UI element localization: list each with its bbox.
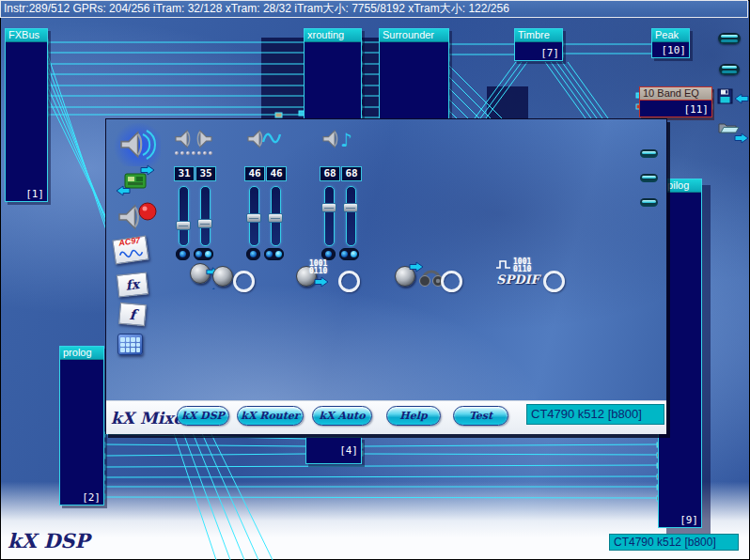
node-peak[interactable]: Peak [10] xyxy=(651,28,690,58)
panel-handle[interactable] xyxy=(719,64,740,75)
patch-wire xyxy=(363,444,657,446)
io-routing-icon[interactable] xyxy=(116,164,161,202)
fader-handle[interactable] xyxy=(176,221,191,230)
node-prolog[interactable]: prolog [2] xyxy=(59,346,104,506)
svg-text:♪: ♪ xyxy=(340,129,352,151)
patch-wire xyxy=(562,62,602,118)
fader-handle[interactable] xyxy=(197,219,212,228)
spdif-label: SPDIF xyxy=(496,272,539,287)
panel-handle[interactable] xyxy=(640,198,658,207)
source-select-ring[interactable] xyxy=(233,271,255,292)
node-fxbus-id: [1] xyxy=(25,188,44,200)
patch-wire xyxy=(105,465,657,467)
ac97-mixer-icon[interactable]: AC97 xyxy=(112,236,148,265)
node-timbre[interactable]: Timbre [7] xyxy=(514,28,563,61)
patch-wire xyxy=(105,454,306,456)
speaker-note-icon: ♪ xyxy=(320,127,363,151)
panel-handle[interactable] xyxy=(640,149,658,158)
test-button[interactable]: Test xyxy=(453,406,508,426)
patch-wire xyxy=(545,62,586,118)
kx-router-button[interactable]: kX Router xyxy=(237,406,304,426)
volume-fader[interactable] xyxy=(271,186,281,246)
node-surrounder[interactable]: Surrounder xyxy=(379,28,449,120)
patch-wire xyxy=(449,111,457,118)
node-4-id: [4] xyxy=(339,444,358,457)
digital-bits-label: 10010110 xyxy=(513,258,531,273)
kx-dsp-button[interactable]: kX DSP xyxy=(177,406,229,426)
ac97-label: AC97 xyxy=(117,236,142,247)
node-xrouting[interactable]: xrouting xyxy=(304,28,362,120)
kx-mixer-window: AC97 fx f 31 35 xyxy=(105,118,667,434)
fader-handle[interactable] xyxy=(268,213,283,223)
node-epilog-id: [9] xyxy=(680,514,698,526)
fx-label: fx xyxy=(125,276,140,292)
f-settings-icon[interactable]: f xyxy=(118,303,147,326)
help-button[interactable]: Help xyxy=(386,406,441,426)
card-status-box: CT4790 k512 [b800] xyxy=(609,534,739,551)
fader-value-left: 31 xyxy=(174,166,195,181)
node-peak-id: [10] xyxy=(662,44,687,56)
record-monitor-icon[interactable] xyxy=(114,198,159,240)
fader-value-left: 68 xyxy=(320,166,340,181)
node-xrouting-title[interactable]: xrouting xyxy=(305,29,361,42)
master-volume-icon[interactable] xyxy=(112,123,161,166)
patch-wire xyxy=(363,454,657,455)
volume-fader[interactable] xyxy=(324,186,335,246)
node-10-band-eq-title[interactable]: 10 Band EQ xyxy=(640,87,711,101)
node-peak-title[interactable]: Peak xyxy=(652,29,689,42)
floppy-save-icon[interactable] xyxy=(718,89,732,103)
fx-settings-icon[interactable]: fx xyxy=(117,272,148,297)
panel-handle[interactable] xyxy=(640,174,658,182)
speaker-wave-icon xyxy=(244,127,288,151)
matrix-keypad-icon[interactable] xyxy=(117,334,143,355)
kx-auto-button[interactable]: kX Auto xyxy=(312,406,372,426)
load-preset-control[interactable] xyxy=(718,121,750,149)
volume-fader[interactable] xyxy=(200,186,211,246)
fader-handle[interactable] xyxy=(321,203,336,212)
node-10-band-eq[interactable]: 10 Band EQ [11] xyxy=(639,86,712,117)
f-label: f xyxy=(129,305,136,322)
speakers-pair-icon xyxy=(174,127,217,151)
link-toggle[interactable] xyxy=(264,248,284,260)
node-prolog-title[interactable]: prolog xyxy=(60,347,103,360)
digital-signal-icon xyxy=(495,258,512,270)
patch-wire xyxy=(105,434,306,439)
mute-toggle[interactable] xyxy=(246,248,260,260)
connector-pin[interactable] xyxy=(275,113,282,117)
volume-fader[interactable] xyxy=(249,186,259,246)
patch-wire xyxy=(105,497,657,498)
volume-fader[interactable] xyxy=(179,186,189,246)
mute-toggle[interactable] xyxy=(176,248,190,260)
patch-wire xyxy=(475,62,516,118)
dsp-resource-status-bar: Instr:289/512 GPRs: 204/256 iTram: 32/12… xyxy=(0,0,748,18)
node-fxbus-title[interactable]: FXBus xyxy=(6,29,47,42)
panel-handle[interactable] xyxy=(718,33,741,44)
source-select-ring[interactable] xyxy=(543,271,565,292)
source-select-ring[interactable] xyxy=(441,271,462,292)
link-toggle[interactable] xyxy=(339,248,359,260)
fader-handle[interactable] xyxy=(246,213,261,223)
node-4[interactable]: [4] xyxy=(305,437,362,464)
open-folder-icon[interactable] xyxy=(719,124,739,132)
patch-wire xyxy=(486,62,527,118)
arrow-right-icon xyxy=(735,133,748,143)
node-timbre-title[interactable]: Timbre xyxy=(515,29,562,42)
fader-value-left: 46 xyxy=(244,166,265,181)
analog-knob[interactable] xyxy=(212,266,233,287)
node-prolog-id: [2] xyxy=(82,491,101,504)
node-surrounder-title[interactable]: Surrounder xyxy=(380,29,448,42)
source-select-ring[interactable] xyxy=(338,271,360,292)
node-fxbus[interactable]: FXBus [1] xyxy=(5,28,48,202)
arrow-right-icon xyxy=(314,276,331,288)
volume-fader[interactable] xyxy=(346,186,356,246)
patch-wire xyxy=(556,62,597,118)
fader-value-right: 35 xyxy=(195,166,216,181)
patch-wire xyxy=(551,62,591,118)
patch-wire xyxy=(568,62,608,118)
save-preset-control[interactable] xyxy=(717,88,749,113)
card-status-box: CT4790 k512 [b800] xyxy=(526,404,664,425)
fader-handle[interactable] xyxy=(343,203,358,212)
patch-wire xyxy=(105,444,306,446)
link-toggle[interactable] xyxy=(194,248,213,260)
patch-wire xyxy=(449,100,468,118)
